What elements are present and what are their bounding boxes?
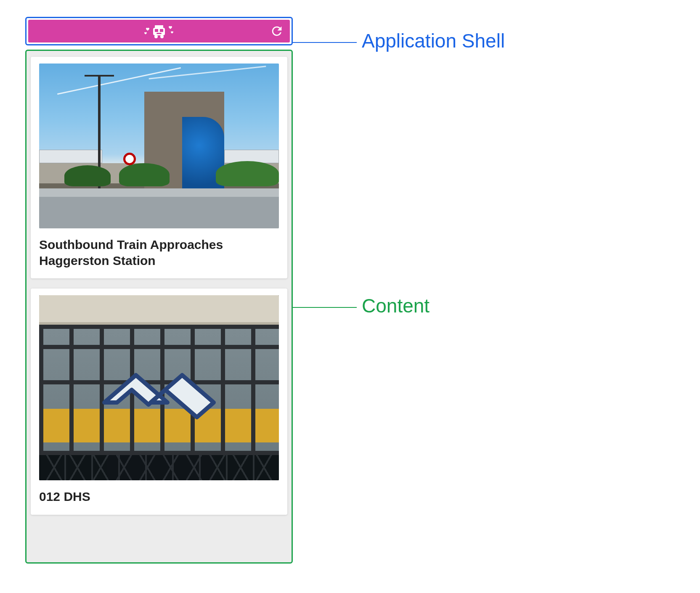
annotation-content: Content [362,294,430,317]
card-title: 012 DHS [39,489,279,505]
svg-rect-3 [160,29,163,32]
leader-line [293,307,357,308]
svg-rect-0 [155,25,163,28]
refresh-icon [270,24,284,38]
app-header [28,20,290,42]
svg-point-4 [154,35,158,38]
content-region: Southbound Train Approaches Haggerston S… [25,50,293,564]
content-card[interactable]: 012 DHS [31,289,287,515]
leader-line [293,42,357,43]
app-shell-region [25,17,293,45]
card-image [39,295,279,480]
card-image [39,64,279,228]
svg-rect-6 [156,33,162,34]
svg-rect-2 [155,29,158,32]
train-hearts-icon [143,23,175,40]
content-card[interactable]: Southbound Train Approaches Haggerston S… [31,57,287,278]
card-title: Southbound Train Approaches Haggerston S… [39,237,279,268]
svg-point-5 [160,35,164,38]
ns-logo-icon [96,363,222,426]
annotation-shell: Application Shell [362,29,505,52]
refresh-button[interactable] [270,24,284,38]
